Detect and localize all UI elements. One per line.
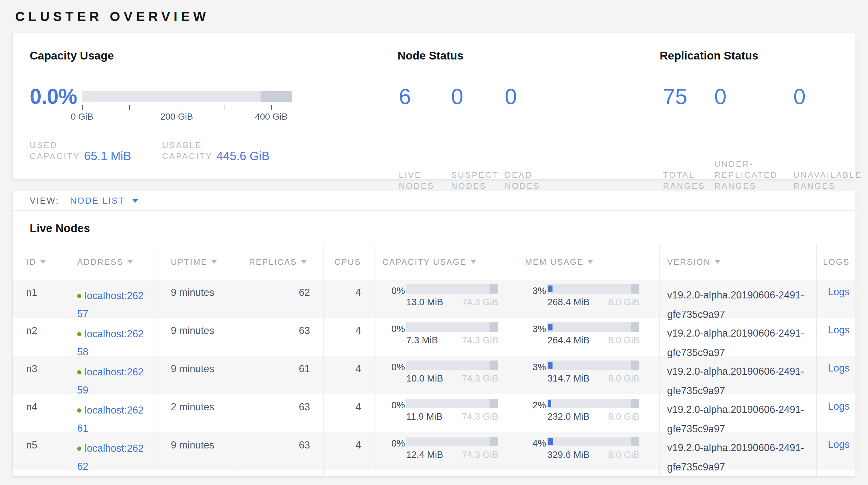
logs-link[interactable]: Logs: [828, 401, 849, 412]
under-replicated-ranges-label: UNDER- REPLICATED RANGES: [714, 159, 790, 192]
memory-bar-fill: [548, 400, 551, 407]
memory-bar-fill: [548, 324, 553, 331]
total-ranges-label: TOTAL RANGES: [663, 169, 711, 192]
node-address-link[interactable]: localhost:26261: [77, 404, 144, 434]
node-status-heading: Node Status: [398, 49, 463, 62]
capacity-percent: 0%: [382, 361, 405, 384]
capacity-total-value: 74.3 GiB: [462, 450, 498, 460]
node-address-link[interactable]: localhost:26259: [77, 366, 144, 396]
used-capacity-stat: USED CAPACITY 65.1 MiB: [30, 140, 162, 162]
node-replicas-cell: 63: [236, 432, 323, 470]
node-address-cell: localhost:26259: [64, 356, 158, 394]
node-address-cell: localhost:26257: [64, 280, 158, 318]
node-id-cell: n1: [12, 280, 64, 318]
capacity-bar-reserved-segment: [490, 284, 498, 293]
memory-used-value: 314.7 MiB: [547, 373, 590, 384]
column-header-mem-usage[interactable]: MEM USAGE: [517, 244, 660, 280]
total-ranges-count: 75: [663, 85, 711, 108]
under-replicated-ranges-count: 0: [714, 85, 790, 108]
suspect-nodes-stat: 0 SUSPECT NODES: [450, 85, 503, 192]
capacity-mini-bar: [406, 322, 498, 332]
node-logs-cell: Logs: [817, 318, 855, 356]
memory-total-value: 8.0 GiB: [608, 411, 640, 422]
node-id-cell: n3: [12, 356, 64, 394]
sort-arrow-icon: [40, 260, 45, 264]
memory-bar-reserved-segment: [631, 322, 640, 332]
node-id-cell: n5: [12, 432, 64, 470]
node-address-link[interactable]: localhost:26258: [77, 328, 144, 358]
memory-used-value: 329.6 MiB: [547, 450, 590, 460]
memory-used-value: 264.4 MiB: [547, 335, 590, 346]
memory-bar-reserved-segment: [631, 437, 640, 446]
node-mem-usage-cell: 3% 268.4 MiB 8.0 GiB: [517, 280, 660, 318]
node-mem-usage-cell: 2% 232.0 MiB 8.0 GiB: [517, 394, 660, 432]
memory-bar-reserved-segment: [631, 361, 640, 370]
capacity-bar-reserved-segment: [490, 437, 498, 446]
chevron-down-icon: [132, 199, 138, 203]
logs-link[interactable]: Logs: [828, 363, 849, 374]
table-row: n3 localhost:26259 9 minutes 61 4 0% 10.…: [12, 356, 855, 394]
logs-link[interactable]: Logs: [828, 439, 849, 450]
suspect-nodes-label: SUSPECT NODES: [451, 169, 503, 192]
view-selector-dropdown[interactable]: NODE LIST: [70, 196, 138, 206]
memory-percent: 3%: [525, 361, 546, 384]
capacity-used-value: 11.9 MiB: [406, 411, 442, 422]
capacity-used-value: 13.0 MiB: [406, 297, 443, 308]
dead-nodes-stat: 0 DEAD NODES: [503, 85, 575, 192]
logs-link[interactable]: Logs: [828, 286, 849, 297]
node-version-cell: v19.2.0-alpha.20190606-2491-gfe735c9a97: [660, 394, 817, 432]
node-logs-cell: Logs: [817, 432, 855, 470]
node-version-cell: v19.2.0-alpha.20190606-2491-gfe735c9a97: [660, 280, 817, 318]
column-header-uptime[interactable]: UPTIME: [158, 244, 236, 280]
memory-percent: 3%: [525, 322, 546, 346]
memory-total-value: 8.0 GiB: [608, 373, 640, 384]
capacity-usage-chart: 0.0% 0 GiB 200 GiB 400 GiB: [30, 85, 292, 122]
node-capacity-usage-cell: 0% 12.4 MiB 74.3 GiB: [376, 432, 517, 470]
axis-tick-label: 200 GiB: [160, 112, 193, 122]
node-uptime-cell: 9 minutes: [158, 280, 236, 318]
node-live-status-icon: [77, 447, 82, 451]
node-uptime-cell: 9 minutes: [158, 356, 236, 394]
capacity-used-value: 12.4 MiB: [406, 450, 443, 460]
node-address-cell: localhost:26262: [64, 432, 158, 470]
logs-link[interactable]: Logs: [828, 324, 849, 336]
dead-nodes-label: DEAD NODES: [505, 169, 575, 192]
live-nodes-count: 6: [399, 85, 450, 108]
memory-mini-bar: [547, 399, 640, 408]
node-version-cell: v19.2.0-alpha.20190606-2491-gfe735c9a97: [660, 318, 817, 356]
memory-percent: 3%: [525, 284, 546, 308]
usable-capacity-value: 445.6 GiB: [216, 149, 270, 163]
memory-mini-bar: [547, 361, 640, 370]
table-body: n1 localhost:26257 9 minutes 62 4 0% 13.…: [12, 280, 855, 477]
column-header-capacity-usage[interactable]: CAPACITY USAGE: [376, 244, 517, 280]
capacity-bar-reserved-segment: [490, 322, 498, 332]
node-live-status-icon: [77, 370, 82, 374]
node-cpus-cell: 4: [323, 432, 376, 470]
column-header-address[interactable]: ADDRESS: [64, 244, 158, 280]
node-address-link[interactable]: localhost:26257: [77, 290, 144, 319]
capacity-percent: 0%: [382, 322, 405, 346]
suspect-nodes-count: 0: [451, 85, 503, 108]
capacity-used-percent: 0.0%: [30, 85, 82, 108]
capacity-total-value: 74.3 GiB: [462, 297, 498, 308]
node-logs-cell: Logs: [817, 394, 855, 432]
column-header-version[interactable]: VERSION: [660, 244, 817, 280]
memory-total-value: 8.0 GiB: [608, 335, 640, 346]
replication-status-heading: Replication Status: [660, 49, 758, 62]
node-address-link[interactable]: localhost:26262: [77, 443, 144, 472]
memory-percent: 4%: [525, 437, 546, 460]
cluster-summary-card: Capacity Usage Node Status Replication S…: [12, 33, 855, 179]
node-version-cell: v19.2.0-alpha.20190606-2491-gfe735c9a97: [660, 432, 817, 470]
capacity-usage-heading: Capacity Usage: [30, 49, 114, 62]
live-nodes-stat: 6 LIVE NODES: [398, 85, 450, 192]
memory-mini-bar: [547, 322, 640, 332]
capacity-mini-bar: [406, 361, 498, 370]
node-id: n4: [26, 401, 37, 412]
column-header-id[interactable]: ID: [12, 244, 64, 280]
view-bar: VIEW: NODE LIST: [12, 191, 855, 211]
column-header-replicas[interactable]: REPLICAS: [236, 244, 323, 280]
capacity-mini-bar: [406, 399, 498, 408]
dead-nodes-count: 0: [505, 85, 575, 108]
capacity-used-value: 10.0 MiB: [406, 373, 443, 384]
node-capacity-usage-cell: 0% 13.0 MiB 74.3 GiB: [376, 280, 517, 318]
